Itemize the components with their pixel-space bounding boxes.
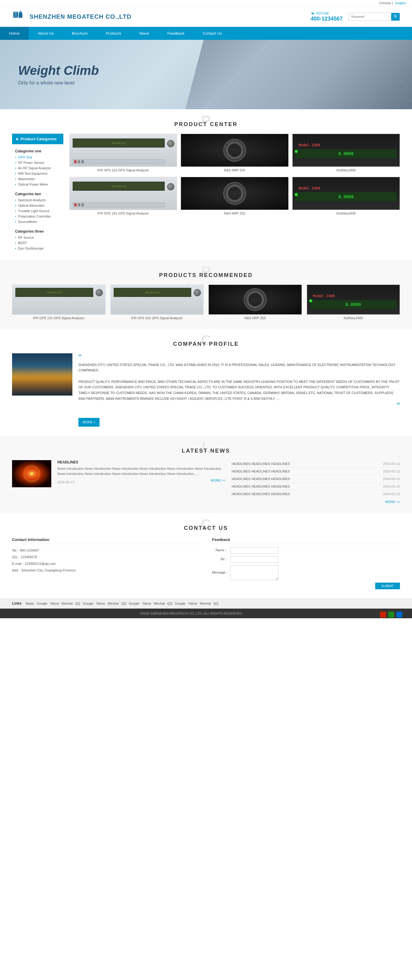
link-qq-1[interactable]: QQ	[75, 601, 80, 605]
recommended-title: PRODUCTS RECOMMENDED	[0, 269, 412, 278]
link-wechat-3[interactable]: Wechat	[154, 601, 165, 605]
product-card-6[interactable]: Model 2400 0.0000 Keithley2400	[292, 177, 400, 215]
rec-card-2[interactable]: IFR GPS-101 IFR GPS 101 GPS Signal Analy…	[110, 285, 204, 320]
top-bar: Chinese | English	[0, 0, 412, 6]
link-google-2[interactable]: Google	[83, 601, 93, 605]
link-qq-3[interactable]: QQ	[167, 601, 172, 605]
tel-input[interactable]	[230, 556, 278, 563]
link-google-3[interactable]: Google	[129, 601, 139, 605]
link-qq-4[interactable]: QQ	[213, 601, 218, 605]
cat-group-one-title: Categories one	[12, 147, 63, 154]
cat-item-rf-source[interactable]: RF Source	[12, 235, 63, 240]
rec-card-1[interactable]: IFR GPS-101 IFR GPS 101 GPS Signal Analy…	[12, 285, 105, 320]
nav-products[interactable]: Products	[97, 27, 130, 40]
link-google-1[interactable]: Google	[37, 601, 47, 605]
footer-text: ©2016 SHENZHEN MEGATECH CO.,LTD. ALL RIG…	[140, 612, 243, 615]
cat-item-rf-signal[interactable]: An RF Signal Analyzer	[12, 165, 63, 171]
product-card-2[interactable]: R&S NRP Z55	[181, 134, 288, 172]
product-card-5[interactable]: R&S NRP Z55	[181, 177, 288, 215]
header-right: HOTLINE 400-1234567	[311, 11, 400, 22]
link-yahoo-1[interactable]: Yahoo	[50, 601, 59, 605]
news-item-title-5: HEADLINES HEADLINES HEADLINES	[232, 492, 290, 496]
cat-item-bert[interactable]: BERT	[12, 240, 63, 246]
nav-contact[interactable]: Contact Us	[194, 27, 231, 40]
qq-footer-icon[interactable]	[396, 612, 402, 617]
news-item-4[interactable]: HEADLINES HEADLINES HEADLINES 2016-05-13	[232, 483, 400, 490]
cat-item-optical-att[interactable]: Optical Attenuator	[12, 203, 63, 208]
link-baidu[interactable]: Baidu	[25, 601, 34, 605]
cat-item-source[interactable]: SourceMeter	[12, 219, 63, 224]
gps-screen-2: IFR GPS-101	[73, 181, 165, 191]
news-header: L LATEST NEWS	[0, 436, 412, 460]
search-button[interactable]	[391, 13, 399, 21]
message-input[interactable]	[230, 565, 278, 580]
name-input[interactable]	[230, 547, 278, 554]
product-center-title: PRODUCT CENTER	[0, 118, 412, 127]
rec-name-1: IFR GPS 101 GPS Signal Analyzer	[12, 316, 105, 320]
news-section: L LATEST NEWS	[0, 436, 412, 513]
gps-buttons	[73, 159, 165, 164]
link-yahoo-3[interactable]: Yahoo	[142, 601, 151, 605]
product-card-3[interactable]: Model 2400 0.0000 Keithley2400	[292, 134, 400, 172]
cat-item-wifi[interactable]: Wifi Test Equipment	[12, 171, 63, 176]
rec-card-4[interactable]: Model 2400 0.0000 Keithley2400	[307, 285, 400, 320]
link-qq-2[interactable]: QQ	[121, 601, 126, 605]
product-img-6: Model 2400 0.0000	[292, 177, 400, 210]
company-more-btn[interactable]: MORE +	[78, 418, 100, 426]
news-item-1[interactable]: HEADLINES HEADLINES HEADLINES 2016-05-13	[232, 460, 400, 468]
nav-about[interactable]: About Us	[29, 27, 63, 40]
wechat-footer-icon[interactable]	[388, 612, 394, 617]
quote-open: "	[78, 353, 81, 362]
link-wechat-4[interactable]: Wechat	[200, 601, 211, 605]
link-wechat-2[interactable]: Wechat	[108, 601, 119, 605]
contact-header: C CONTACT US	[0, 513, 412, 538]
news-item-date-5: 2016-05-13	[383, 492, 400, 496]
product-card-4[interactable]: IFR GPS-101 IFR GPS 101 GPS Signal Analy…	[69, 177, 177, 215]
news-item-2[interactable]: HEADLINES HEADLINES HEADLINES 2016-05-13	[232, 468, 400, 475]
cat-item-rf-power[interactable]: RF Power Sensor	[12, 160, 63, 165]
news-item-5[interactable]: HEADLINES HEADLINES HEADLINES 2016-05-13	[232, 490, 400, 498]
link-yahoo-4[interactable]: Yahoo	[188, 601, 197, 605]
news-layout: HEADLINES News Introduction News Introdu…	[12, 460, 400, 504]
logo: SHENZHEN MEGATECH CO.,LTD	[12, 10, 132, 24]
lang-chinese[interactable]: Chinese	[379, 1, 391, 5]
gps-buttons-2	[73, 202, 165, 207]
svg-marker-4	[19, 11, 22, 13]
hotline: HOTLINE 400-1234567	[311, 11, 343, 22]
nav-news[interactable]: News	[130, 27, 158, 40]
nav-feedback[interactable]: Feedback	[158, 27, 194, 40]
weibo-icon[interactable]	[380, 612, 386, 617]
news-item-date-2: 2016-05-13	[383, 469, 400, 473]
submit-button[interactable]: SUBMIT	[375, 582, 400, 589]
product-img-5	[181, 177, 288, 210]
links-label: Links	[12, 601, 21, 606]
news-more-link[interactable]: MORE >>	[211, 479, 226, 484]
cat-item-wavemeter[interactable]: Wavemeter	[12, 176, 63, 181]
product-layout: Product Categories Categories one GPS Te…	[12, 134, 400, 251]
cat-item-tunable[interactable]: Tunable Light Source	[12, 208, 63, 214]
contact-section: C CONTACT US Contact Information Tel：400…	[0, 513, 412, 598]
lang-english[interactable]: English	[395, 1, 406, 5]
cat-group-three: Categories three RF Source BERT Eye Osci…	[12, 228, 63, 251]
news-item-title-2: HEADLINES HEADLINES HEADLINES	[232, 469, 290, 473]
meter-display: 0.0000	[296, 149, 397, 158]
news-item-title-3: HEADLINES HEADLINES HEADLINES	[232, 477, 290, 480]
nav-home[interactable]: Home	[0, 27, 29, 40]
svg-point-6	[394, 15, 396, 17]
news-featured-title: HEADLINES	[57, 460, 226, 465]
logo-text: SHENZHEN MEGATECH CO.,LTD	[30, 13, 132, 20]
link-google-4[interactable]: Google	[175, 601, 186, 605]
cat-item-optical-power[interactable]: Optical Power Meter	[12, 181, 63, 187]
rec-card-3[interactable]: R&S NRP Z55	[208, 285, 302, 320]
news-list-more-link[interactable]: MORE >>	[385, 500, 400, 504]
cat-item-eye[interactable]: Eye Oscilloscope	[12, 246, 63, 251]
search-input[interactable]	[349, 13, 391, 20]
link-wechat-1[interactable]: Wechat	[62, 601, 73, 605]
cat-item-spectrum[interactable]: Spectrum Analyzer	[12, 197, 63, 203]
cat-item-polar[interactable]: Polarization Controller	[12, 214, 63, 219]
nav-brochure[interactable]: Brochure	[63, 27, 97, 40]
cat-item-gps[interactable]: GPS Test	[12, 154, 63, 160]
link-yahoo-2[interactable]: Yahoo	[96, 601, 105, 605]
news-item-3[interactable]: HEADLINES HEADLINES HEADLINES 2016-05-13	[232, 475, 400, 483]
product-card-1[interactable]: IFR GPS-101 IFR GPS 101 GPS Signal Analy…	[69, 134, 177, 172]
